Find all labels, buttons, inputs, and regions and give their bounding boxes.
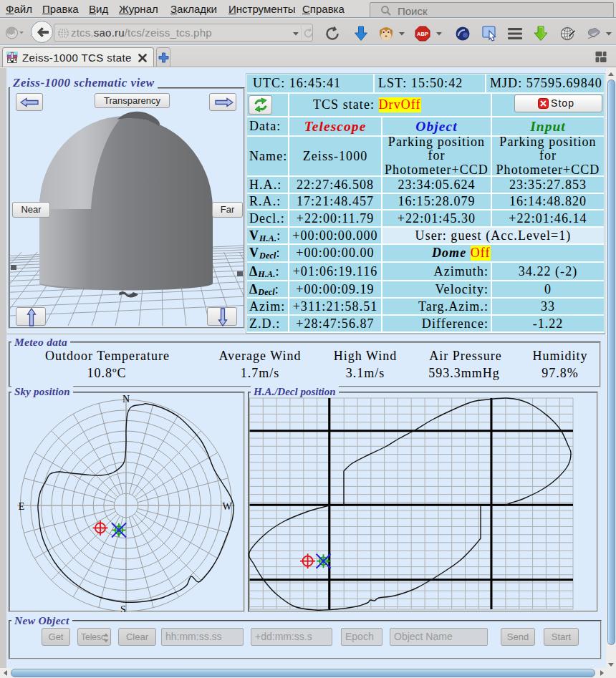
svg-text:ABP: ABP xyxy=(417,31,428,37)
svg-text:W: W xyxy=(222,501,232,512)
svg-text:N: N xyxy=(122,394,130,405)
svg-text:S: S xyxy=(120,604,126,612)
svg-text:E: E xyxy=(19,501,25,512)
